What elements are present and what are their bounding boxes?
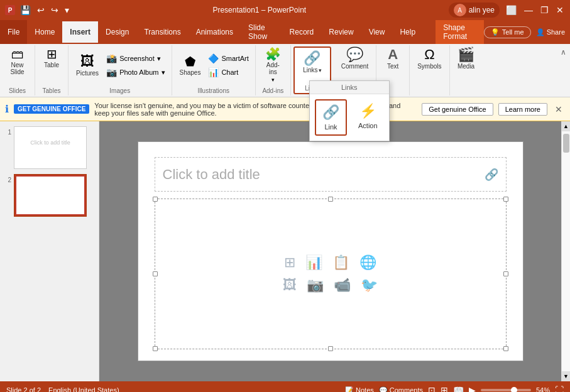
redo-button[interactable]: ↪ [50,4,60,16]
link-dropdown-item[interactable]: 🔗 Link [315,99,347,136]
tab-slideshow[interactable]: Slide Show [241,20,282,44]
content-icon-table[interactable]: ⊞ [284,254,295,271]
slide-thumbnail-2[interactable]: 2 [3,174,96,217]
scroll-up-button[interactable]: ▲ [562,121,570,131]
new-slide-button[interactable]: 🗃 NewSlide [5,45,30,78]
content-icon-3d[interactable]: 🌐 [359,254,376,271]
text-button[interactable]: A Text [380,45,405,72]
info-close-button[interactable]: ✕ [552,103,565,116]
table-icon: ⊞ [47,48,57,60]
content-icon-video[interactable]: 📹 [334,277,351,293]
links-button[interactable]: 🔗 Links▾ [299,49,325,76]
ribbon-group-illustrations: ⬟ Shapes 🔷 SmartArt 📊 Chart Illustration… [172,45,256,95]
ribbon-toggle-button[interactable]: ⬜ [505,4,518,16]
comments-button[interactable]: 💬 Comments [379,386,423,393]
tab-file[interactable]: File [0,20,27,44]
pictures-button[interactable]: 🖼 Pictures [72,52,102,79]
status-left: Slide 2 of 2 English (United States) [6,386,119,392]
action-dropdown-item[interactable]: ⚡ Action [352,99,384,136]
content-placeholder[interactable]: ⊞ 📊 📋 🌐 🖼 📷 📹 🐦 [155,199,507,349]
chart-button[interactable]: 📊 Chart [206,66,251,79]
learn-more-button[interactable]: Learn more [498,103,547,116]
view-slideshow-button[interactable]: ▶ [469,385,476,392]
media-button[interactable]: 🎬 Media [454,45,479,72]
ribbon-group-addins: 🧩 Add-ins ▾ Add-ins [256,45,291,95]
tab-transitions[interactable]: Transitions [136,20,188,44]
tab-shape-format[interactable]: Shape Format [436,20,484,44]
tab-view[interactable]: View [361,20,393,44]
username: alin yee [469,6,495,14]
share-icon: 👤 [536,28,545,36]
notes-button[interactable]: 📝 Notes [345,386,374,393]
handle-left [153,271,158,276]
tab-design[interactable]: Design [98,20,136,44]
chart-icon: 📊 [208,67,219,77]
zoom-thumb[interactable] [511,387,517,392]
text-icon: A [388,48,398,62]
scroll-thumb[interactable] [563,134,569,153]
tell-me-button[interactable]: 💡 Tell me [484,26,531,38]
addins-button[interactable]: 🧩 Add-ins ▾ [260,45,285,85]
scroll-track [562,131,570,371]
tab-insert[interactable]: Insert [62,20,98,44]
scroll-down-button[interactable]: ▼ [562,371,570,381]
restore-button[interactable]: ❐ [539,4,550,16]
view-slide-sorter-button[interactable]: ⊞ [441,385,448,392]
fit-slide-button[interactable]: ⛶ [555,385,564,392]
share-button[interactable]: 👤 Share [536,28,565,36]
view-normal-button[interactable]: ⊡ [428,385,436,392]
handle-tr [503,197,508,202]
tab-help[interactable]: Help [392,20,423,44]
photo-album-button[interactable]: 📷 Photo Album ▾ [104,66,167,79]
tables-group-label: Tables [35,87,68,94]
get-genuine-button[interactable]: Get genuine Office [422,103,493,116]
screenshot-button[interactable]: 📸 Screenshot ▾ [104,52,167,65]
content-icon-picture[interactable]: 🖼 [283,277,297,293]
undo-button[interactable]: ↩ [36,4,46,16]
content-icon-smartart[interactable]: 📋 [332,254,349,271]
save-button[interactable]: 💾 [19,4,32,16]
tab-home[interactable]: Home [27,20,62,44]
content-icon-chart[interactable]: 📊 [305,254,322,271]
symbols-button[interactable]: Ω Symbols [414,45,445,72]
slide-area: Click to add title 🔗 ⊞ 📊 [99,121,561,381]
slide-thumbnail-1[interactable]: 1 Click to add title [3,126,96,169]
photo-album-icon: 📷 [106,67,117,77]
zoom-slider[interactable] [481,389,531,391]
slide-num-1: 1 [3,126,11,136]
tab-review[interactable]: Review [321,20,361,44]
tab-record[interactable]: Record [282,20,322,44]
quick-access-toolbar: P 💾 ↩ ↪ ▾ [5,4,70,16]
ribbon-group-symbols: Ω Symbols [410,45,449,95]
tab-animations[interactable]: Animations [189,20,241,44]
info-bar: ℹ GET GENUINE OFFICE Your license isn't … [0,97,570,121]
app-icon: P [5,5,15,15]
title-bar: P 💾 ↩ ↪ ▾ Presentation1 – PowerPoint A a… [0,0,570,20]
user-profile[interactable]: A alin yee [449,3,500,18]
pictures-icon: 🖼 [80,55,94,68]
window-title: Presentation1 – PowerPoint [70,6,449,14]
content-icon-online-pic[interactable]: 📷 [307,277,324,293]
comment-button[interactable]: 💬 Comment [337,45,372,72]
close-button[interactable]: ✕ [555,4,565,16]
table-button[interactable]: ⊞ Table [39,45,64,71]
ribbon-group-media: 🎬 Media [450,45,483,95]
ribbon-collapse-button[interactable]: ∧ [557,45,570,95]
customize-qat-button[interactable]: ▾ [63,4,70,16]
screenshot-dropdown-arrow: ▾ [157,55,161,63]
smartart-icon: 🔷 [208,53,219,63]
slide-num-2: 2 [3,174,11,183]
title-placeholder[interactable]: Click to add title 🔗 [155,157,507,192]
view-reading-button[interactable]: 📖 [453,385,464,392]
ribbon-group-images: 🖼 Pictures 📸 Screenshot ▾ 📷 Photo Album … [69,45,172,95]
links-dropdown-items: 🔗 Link ⚡ Action [310,94,389,141]
shapes-button[interactable]: ⬟ Shapes [176,53,205,79]
addins-icon: 🧩 [265,48,281,60]
content-icon-icon[interactable]: 🐦 [361,277,378,293]
ribbon-tab-bar: File Home Insert Design Transitions Anim… [0,20,570,44]
handle-bottom [328,346,333,351]
links-dropdown-panel: Links 🔗 Link ⚡ Action [309,80,390,141]
minimize-button[interactable]: — [523,4,534,16]
handle-tl [153,197,158,202]
smartart-button[interactable]: 🔷 SmartArt [206,52,251,65]
